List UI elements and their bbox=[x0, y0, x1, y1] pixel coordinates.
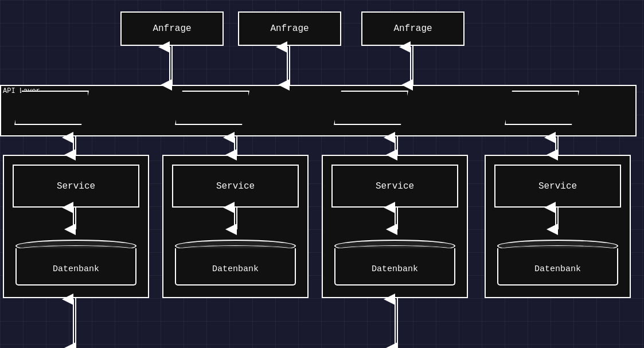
api-shape-1 bbox=[14, 91, 89, 125]
service-container-2: Service Datenbank bbox=[162, 155, 309, 298]
anfrage-label-3: Anfrage bbox=[393, 24, 432, 34]
diagram-container: Anfrage Anfrage Anfrage API Layer Servic… bbox=[0, 0, 644, 348]
db-body-1: Datenbank bbox=[15, 248, 136, 286]
db-body-3: Datenbank bbox=[334, 248, 455, 286]
anfrage-box-2: Anfrage bbox=[238, 11, 341, 46]
service-box-3: Service bbox=[331, 165, 458, 208]
anfrage-box-1: Anfrage bbox=[120, 11, 224, 46]
service-label-2: Service bbox=[216, 181, 255, 191]
api-shape-2 bbox=[175, 91, 249, 125]
db-body-2: Datenbank bbox=[175, 248, 296, 286]
api-shape-3 bbox=[334, 91, 408, 125]
service-box-4: Service bbox=[494, 165, 621, 208]
db-body-4: Datenbank bbox=[497, 248, 618, 286]
service-label-4: Service bbox=[538, 181, 577, 191]
service-label-1: Service bbox=[57, 181, 95, 191]
db-cylinder-4: Datenbank bbox=[497, 240, 618, 286]
anfrage-label-1: Anfrage bbox=[153, 24, 191, 34]
service-container-4: Service Datenbank bbox=[485, 155, 631, 298]
service-container-1: Service Datenbank bbox=[3, 155, 149, 298]
service-container-3: Service Datenbank bbox=[322, 155, 468, 298]
db-cylinder-2: Datenbank bbox=[175, 240, 296, 286]
service-label-3: Service bbox=[376, 181, 414, 191]
db-cylinder-1: Datenbank bbox=[15, 240, 136, 286]
service-box-1: Service bbox=[13, 165, 139, 208]
db-label-3: Datenbank bbox=[372, 264, 418, 274]
db-cylinder-3: Datenbank bbox=[334, 240, 455, 286]
anfrage-label-2: Anfrage bbox=[270, 24, 309, 34]
db-label-4: Datenbank bbox=[534, 264, 581, 274]
service-box-2: Service bbox=[172, 165, 299, 208]
db-label-2: Datenbank bbox=[212, 264, 259, 274]
db-label-1: Datenbank bbox=[53, 264, 99, 274]
api-shape-4 bbox=[505, 91, 579, 125]
anfrage-box-3: Anfrage bbox=[361, 11, 465, 46]
